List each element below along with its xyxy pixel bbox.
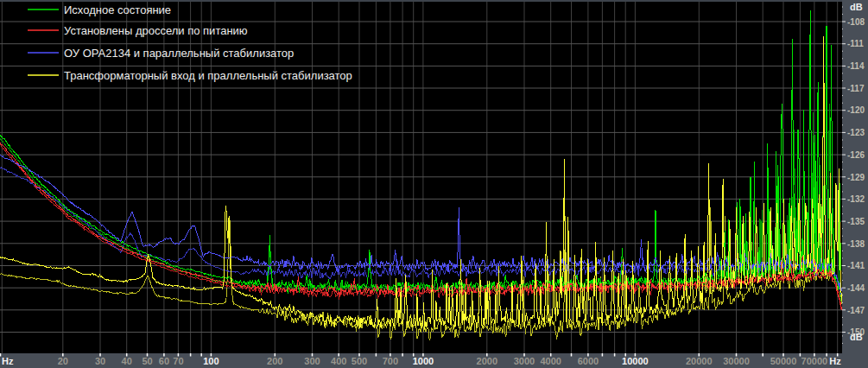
svg-text:-120: -120 [847, 105, 865, 115]
svg-text:-123: -123 [847, 128, 865, 137]
svg-text:-147: -147 [847, 306, 865, 315]
svg-text:Hz: Hz [2, 356, 14, 366]
svg-text:50000: 50000 [770, 356, 797, 366]
svg-text:-144: -144 [847, 283, 865, 293]
svg-text:700: 700 [383, 356, 398, 366]
svg-text:3000: 3000 [514, 356, 535, 366]
svg-text:500: 500 [352, 356, 367, 366]
svg-text:2000: 2000 [477, 356, 497, 366]
svg-text:50: 50 [142, 356, 152, 366]
svg-text:Исходное состояние: Исходное состояние [64, 3, 171, 16]
svg-text:300: 300 [304, 356, 320, 366]
svg-text:4000: 4000 [540, 356, 561, 366]
svg-text:20: 20 [58, 356, 68, 366]
svg-text:-135: -135 [847, 217, 865, 226]
svg-text:70000: 70000 [801, 356, 828, 366]
svg-text:6000: 6000 [578, 356, 599, 366]
svg-text:-117: -117 [847, 84, 865, 93]
svg-text:dB: dB [850, 332, 863, 342]
svg-text:40: 40 [122, 356, 132, 366]
svg-text:Hz: Hz [829, 356, 841, 366]
svg-text:60: 60 [159, 356, 169, 366]
svg-text:-129: -129 [847, 173, 865, 182]
svg-text:-108: -108 [847, 17, 865, 27]
svg-text:30: 30 [95, 356, 105, 366]
svg-text:10000: 10000 [622, 356, 649, 366]
svg-text:Трансформаторный вход и пралле: Трансформаторный вход и праллельный стаб… [64, 69, 352, 82]
svg-text:ОУ OPA2134 и параллельный стаб: ОУ OPA2134 и параллельный стабилизатор [64, 47, 294, 60]
svg-text:20000: 20000 [686, 356, 713, 366]
svg-text:-126: -126 [847, 150, 865, 160]
svg-text:400: 400 [331, 356, 346, 366]
svg-text:200: 200 [267, 356, 282, 366]
svg-text:Установлены дроссели по питани: Установлены дроссели по питанию [64, 24, 248, 37]
svg-text:30000: 30000 [723, 356, 750, 366]
svg-text:100: 100 [203, 356, 219, 366]
svg-text:70: 70 [173, 356, 183, 366]
svg-text:-132: -132 [847, 194, 865, 204]
svg-text:-111: -111 [847, 39, 864, 48]
svg-text:-138: -138 [847, 239, 865, 249]
svg-text:-114: -114 [847, 61, 865, 71]
svg-text:1000: 1000 [413, 356, 434, 366]
svg-text:-141: -141 [847, 261, 865, 270]
svg-text:dB: dB [850, 2, 863, 12]
